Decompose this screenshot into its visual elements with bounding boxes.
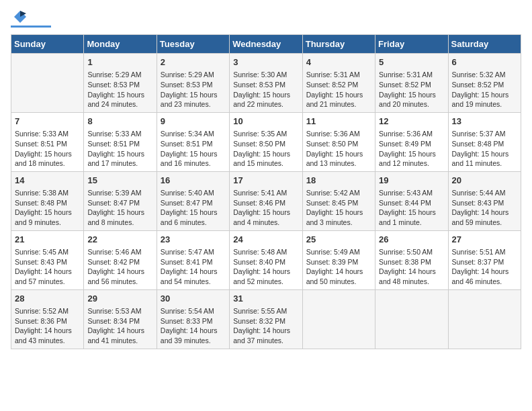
calendar-cell: 9Sunrise: 5:34 AM Sunset: 8:51 PM Daylig…	[157, 112, 229, 171]
day-number: 9	[161, 116, 226, 128]
day-number: 18	[306, 175, 371, 187]
day-number: 15	[87, 175, 152, 187]
day-content: Sunrise: 5:45 AM Sunset: 8:43 PM Dayligh…	[15, 247, 80, 287]
day-content: Sunrise: 5:49 AM Sunset: 8:39 PM Dayligh…	[306, 247, 371, 287]
day-content: Sunrise: 5:39 AM Sunset: 8:47 PM Dayligh…	[87, 188, 152, 228]
calendar-cell: 25Sunrise: 5:49 AM Sunset: 8:39 PM Dayli…	[302, 230, 375, 289]
day-number: 11	[306, 116, 371, 128]
day-number: 1	[87, 56, 152, 68]
calendar-week-row: 21Sunrise: 5:45 AM Sunset: 8:43 PM Dayli…	[11, 230, 521, 289]
calendar-cell: 28Sunrise: 5:52 AM Sunset: 8:36 PM Dayli…	[11, 289, 84, 349]
day-number: 7	[15, 116, 80, 128]
day-content: Sunrise: 5:48 AM Sunset: 8:40 PM Dayligh…	[233, 247, 298, 287]
day-content: Sunrise: 5:42 AM Sunset: 8:45 PM Dayligh…	[306, 188, 371, 228]
day-content: Sunrise: 5:32 AM Sunset: 8:52 PM Dayligh…	[452, 70, 517, 109]
day-content: Sunrise: 5:50 AM Sunset: 8:38 PM Dayligh…	[379, 247, 444, 287]
day-content: Sunrise: 5:38 AM Sunset: 8:48 PM Dayligh…	[15, 188, 80, 228]
calendar-cell: 8Sunrise: 5:33 AM Sunset: 8:51 PM Daylig…	[84, 112, 157, 171]
day-number: 8	[87, 116, 152, 128]
day-content: Sunrise: 5:46 AM Sunset: 8:42 PM Dayligh…	[87, 247, 152, 287]
day-number: 12	[379, 116, 444, 128]
weekday-header-saturday: Saturday	[448, 35, 521, 54]
logo	[11, 11, 51, 28]
calendar-cell: 22Sunrise: 5:46 AM Sunset: 8:42 PM Dayli…	[84, 230, 157, 289]
day-content: Sunrise: 5:35 AM Sunset: 8:50 PM Dayligh…	[233, 129, 298, 169]
day-number: 2	[161, 56, 226, 68]
day-number: 28	[15, 293, 80, 305]
day-content: Sunrise: 5:33 AM Sunset: 8:51 PM Dayligh…	[87, 129, 152, 169]
day-number: 21	[15, 234, 80, 246]
day-content: Sunrise: 5:36 AM Sunset: 8:49 PM Dayligh…	[379, 129, 444, 169]
day-number: 14	[15, 175, 80, 187]
day-content: Sunrise: 5:36 AM Sunset: 8:50 PM Dayligh…	[306, 129, 371, 169]
day-content: Sunrise: 5:41 AM Sunset: 8:46 PM Dayligh…	[233, 188, 298, 228]
day-number: 27	[452, 234, 517, 246]
calendar-week-row: 1Sunrise: 5:29 AM Sunset: 8:53 PM Daylig…	[11, 54, 521, 113]
calendar-cell: 29Sunrise: 5:53 AM Sunset: 8:34 PM Dayli…	[84, 289, 157, 349]
calendar-week-row: 28Sunrise: 5:52 AM Sunset: 8:36 PM Dayli…	[11, 289, 521, 349]
calendar-cell: 24Sunrise: 5:48 AM Sunset: 8:40 PM Dayli…	[230, 230, 302, 289]
day-number: 10	[233, 116, 298, 128]
day-number: 20	[452, 175, 517, 187]
day-content: Sunrise: 5:29 AM Sunset: 8:53 PM Dayligh…	[161, 70, 226, 109]
calendar-cell	[11, 54, 84, 113]
calendar-cell	[448, 289, 521, 349]
day-number: 25	[306, 234, 371, 246]
day-content: Sunrise: 5:54 AM Sunset: 8:33 PM Dayligh…	[161, 306, 226, 346]
day-content: Sunrise: 5:31 AM Sunset: 8:52 PM Dayligh…	[379, 70, 444, 109]
calendar-cell: 17Sunrise: 5:41 AM Sunset: 8:46 PM Dayli…	[230, 171, 302, 230]
calendar-week-row: 7Sunrise: 5:33 AM Sunset: 8:51 PM Daylig…	[11, 112, 521, 171]
day-number: 13	[452, 116, 517, 128]
calendar-cell: 2Sunrise: 5:29 AM Sunset: 8:53 PM Daylig…	[157, 54, 229, 113]
day-content: Sunrise: 5:47 AM Sunset: 8:41 PM Dayligh…	[161, 247, 226, 287]
day-content: Sunrise: 5:43 AM Sunset: 8:44 PM Dayligh…	[379, 188, 444, 228]
calendar-cell: 7Sunrise: 5:33 AM Sunset: 8:51 PM Daylig…	[11, 112, 84, 171]
day-number: 24	[233, 234, 298, 246]
day-content: Sunrise: 5:31 AM Sunset: 8:52 PM Dayligh…	[306, 70, 371, 109]
calendar-cell: 13Sunrise: 5:37 AM Sunset: 8:48 PM Dayli…	[448, 112, 521, 171]
calendar-cell: 19Sunrise: 5:43 AM Sunset: 8:44 PM Dayli…	[375, 171, 448, 230]
calendar-cell: 30Sunrise: 5:54 AM Sunset: 8:33 PM Dayli…	[157, 289, 229, 349]
day-number: 31	[233, 293, 298, 305]
weekday-header-wednesday: Wednesday	[230, 35, 302, 54]
calendar-cell: 27Sunrise: 5:51 AM Sunset: 8:37 PM Dayli…	[448, 230, 521, 289]
calendar-cell: 16Sunrise: 5:40 AM Sunset: 8:47 PM Dayli…	[157, 171, 229, 230]
day-number: 3	[233, 56, 298, 68]
calendar-cell: 12Sunrise: 5:36 AM Sunset: 8:49 PM Dayli…	[375, 112, 448, 171]
day-content: Sunrise: 5:55 AM Sunset: 8:32 PM Dayligh…	[233, 306, 298, 346]
calendar-cell: 18Sunrise: 5:42 AM Sunset: 8:45 PM Dayli…	[302, 171, 375, 230]
weekday-header-friday: Friday	[375, 35, 448, 54]
day-number: 22	[87, 234, 152, 246]
calendar-cell: 21Sunrise: 5:45 AM Sunset: 8:43 PM Dayli…	[11, 230, 84, 289]
calendar-cell: 11Sunrise: 5:36 AM Sunset: 8:50 PM Dayli…	[302, 112, 375, 171]
calendar-cell: 3Sunrise: 5:30 AM Sunset: 8:53 PM Daylig…	[230, 54, 302, 113]
weekday-header-monday: Monday	[84, 35, 157, 54]
day-number: 5	[379, 56, 444, 68]
day-content: Sunrise: 5:51 AM Sunset: 8:37 PM Dayligh…	[452, 247, 517, 287]
day-content: Sunrise: 5:44 AM Sunset: 8:43 PM Dayligh…	[452, 188, 517, 228]
day-number: 17	[233, 175, 298, 187]
calendar-cell: 31Sunrise: 5:55 AM Sunset: 8:32 PM Dayli…	[230, 289, 302, 349]
day-content: Sunrise: 5:30 AM Sunset: 8:53 PM Dayligh…	[233, 70, 298, 109]
weekday-header-row: SundayMondayTuesdayWednesdayThursdayFrid…	[11, 35, 521, 54]
day-content: Sunrise: 5:34 AM Sunset: 8:51 PM Dayligh…	[161, 129, 226, 169]
day-content: Sunrise: 5:37 AM Sunset: 8:48 PM Dayligh…	[452, 129, 517, 169]
calendar-table: SundayMondayTuesdayWednesdayThursdayFrid…	[11, 34, 521, 349]
day-number: 16	[161, 175, 226, 187]
day-number: 30	[161, 293, 226, 305]
calendar-cell: 4Sunrise: 5:31 AM Sunset: 8:52 PM Daylig…	[302, 54, 375, 113]
calendar-cell: 26Sunrise: 5:50 AM Sunset: 8:38 PM Dayli…	[375, 230, 448, 289]
day-content: Sunrise: 5:29 AM Sunset: 8:53 PM Dayligh…	[87, 70, 152, 109]
calendar-cell: 23Sunrise: 5:47 AM Sunset: 8:41 PM Dayli…	[157, 230, 229, 289]
day-number: 29	[87, 293, 152, 305]
day-number: 26	[379, 234, 444, 246]
calendar-cell	[375, 289, 448, 349]
logo-icon	[13, 9, 28, 24]
weekday-header-thursday: Thursday	[302, 35, 375, 54]
calendar-cell: 1Sunrise: 5:29 AM Sunset: 8:53 PM Daylig…	[84, 54, 157, 113]
day-number: 4	[306, 56, 371, 68]
calendar-cell: 6Sunrise: 5:32 AM Sunset: 8:52 PM Daylig…	[448, 54, 521, 113]
logo-underline	[11, 26, 51, 28]
calendar-week-row: 14Sunrise: 5:38 AM Sunset: 8:48 PM Dayli…	[11, 171, 521, 230]
calendar-cell: 20Sunrise: 5:44 AM Sunset: 8:43 PM Dayli…	[448, 171, 521, 230]
